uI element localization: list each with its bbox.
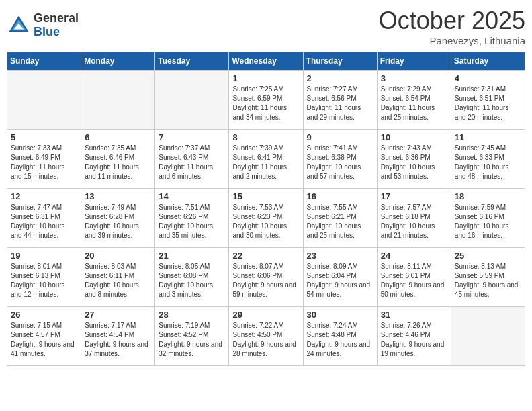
weekday-header-tuesday: Tuesday [155, 52, 229, 71]
day-info: Sunrise: 8:09 AMSunset: 6:04 PMDaylight:… [307, 262, 373, 300]
day-info: Sunrise: 7:33 AMSunset: 6:49 PMDaylight:… [11, 144, 77, 181]
day-number: 24 [381, 250, 447, 261]
calendar-cell: 30Sunrise: 7:24 AMSunset: 4:48 PMDayligh… [303, 307, 377, 366]
calendar-cell [451, 307, 525, 366]
calendar-cell: 12Sunrise: 7:47 AMSunset: 6:31 PMDayligh… [7, 189, 81, 248]
day-number: 11 [455, 132, 521, 142]
week-row-4: 19Sunrise: 8:01 AMSunset: 6:13 PMDayligh… [7, 248, 525, 307]
calendar-cell: 16Sunrise: 7:55 AMSunset: 6:21 PMDayligh… [303, 189, 377, 248]
calendar-cell: 13Sunrise: 7:49 AMSunset: 6:28 PMDayligh… [81, 189, 155, 248]
day-info: Sunrise: 7:53 AMSunset: 6:23 PMDaylight:… [232, 203, 299, 240]
calendar-cell: 31Sunrise: 7:26 AMSunset: 4:46 PMDayligh… [377, 307, 451, 366]
month-title: October 2025 [379, 7, 525, 35]
day-number: 12 [11, 191, 77, 201]
calendar-cell: 1Sunrise: 7:25 AMSunset: 6:59 PMDaylight… [229, 71, 303, 130]
calendar-cell [7, 71, 81, 130]
calendar-cell: 21Sunrise: 8:05 AMSunset: 6:08 PMDayligh… [155, 248, 229, 307]
day-number: 22 [232, 250, 299, 261]
calendar-cell: 3Sunrise: 7:29 AMSunset: 6:54 PMDaylight… [377, 71, 451, 130]
day-number: 20 [85, 250, 151, 261]
day-number: 18 [455, 191, 521, 201]
day-info: Sunrise: 7:29 AMSunset: 6:54 PMDaylight:… [381, 85, 447, 122]
day-number: 13 [85, 191, 151, 201]
day-info: Sunrise: 7:57 AMSunset: 6:18 PMDaylight:… [381, 203, 447, 240]
day-info: Sunrise: 7:39 AMSunset: 6:41 PMDaylight:… [232, 144, 299, 181]
day-number: 3 [381, 73, 447, 83]
calendar-cell: 4Sunrise: 7:31 AMSunset: 6:51 PMDaylight… [451, 71, 525, 130]
day-number: 29 [232, 310, 299, 320]
calendar-cell: 20Sunrise: 8:03 AMSunset: 6:11 PMDayligh… [81, 248, 155, 307]
day-info: Sunrise: 7:31 AMSunset: 6:51 PMDaylight:… [455, 85, 521, 122]
logo-icon [7, 13, 31, 38]
weekday-header-monday: Monday [81, 52, 155, 71]
logo: General Blue [7, 12, 79, 39]
day-number: 25 [455, 250, 521, 261]
day-info: Sunrise: 8:05 AMSunset: 6:08 PMDaylight:… [159, 262, 225, 300]
calendar-cell: 27Sunrise: 7:17 AMSunset: 4:54 PMDayligh… [81, 307, 155, 366]
day-info: Sunrise: 7:24 AMSunset: 4:48 PMDaylight:… [307, 321, 373, 359]
calendar-cell: 14Sunrise: 7:51 AMSunset: 6:26 PMDayligh… [155, 189, 229, 248]
week-row-3: 12Sunrise: 7:47 AMSunset: 6:31 PMDayligh… [7, 189, 525, 248]
calendar-cell: 28Sunrise: 7:19 AMSunset: 4:52 PMDayligh… [155, 307, 229, 366]
day-info: Sunrise: 7:15 AMSunset: 4:57 PMDaylight:… [11, 321, 77, 359]
weekday-header-saturday: Saturday [451, 52, 525, 71]
calendar-cell: 22Sunrise: 8:07 AMSunset: 6:06 PMDayligh… [229, 248, 303, 307]
day-number: 14 [159, 191, 225, 201]
header: General Blue October 2025 Panevezys, Lit… [7, 7, 525, 46]
day-number: 16 [307, 191, 373, 201]
day-number: 6 [85, 132, 151, 142]
logo-general-text: General [34, 12, 79, 26]
calendar-cell: 8Sunrise: 7:39 AMSunset: 6:41 PMDaylight… [229, 130, 303, 189]
day-info: Sunrise: 7:49 AMSunset: 6:28 PMDaylight:… [85, 203, 151, 240]
calendar-cell: 19Sunrise: 8:01 AMSunset: 6:13 PMDayligh… [7, 248, 81, 307]
day-info: Sunrise: 7:41 AMSunset: 6:38 PMDaylight:… [307, 144, 373, 181]
day-number: 15 [232, 191, 299, 201]
day-info: Sunrise: 7:47 AMSunset: 6:31 PMDaylight:… [11, 203, 77, 240]
day-number: 4 [455, 73, 521, 83]
day-info: Sunrise: 7:27 AMSunset: 6:56 PMDaylight:… [307, 85, 373, 122]
calendar-cell: 29Sunrise: 7:22 AMSunset: 4:50 PMDayligh… [229, 307, 303, 366]
title-block: October 2025 Panevezys, Lithuania [379, 7, 525, 46]
day-number: 5 [11, 132, 77, 142]
day-info: Sunrise: 7:55 AMSunset: 6:21 PMDaylight:… [307, 203, 373, 240]
day-info: Sunrise: 7:51 AMSunset: 6:26 PMDaylight:… [159, 203, 225, 240]
day-info: Sunrise: 8:03 AMSunset: 6:11 PMDaylight:… [85, 262, 151, 300]
day-info: Sunrise: 7:35 AMSunset: 6:46 PMDaylight:… [85, 144, 151, 181]
day-number: 21 [159, 250, 225, 261]
day-info: Sunrise: 7:43 AMSunset: 6:36 PMDaylight:… [381, 144, 447, 181]
calendar-cell: 17Sunrise: 7:57 AMSunset: 6:18 PMDayligh… [377, 189, 451, 248]
calendar-cell: 2Sunrise: 7:27 AMSunset: 6:56 PMDaylight… [303, 71, 377, 130]
day-number: 30 [307, 310, 373, 320]
calendar-cell: 18Sunrise: 7:59 AMSunset: 6:16 PMDayligh… [451, 189, 525, 248]
day-number: 19 [11, 250, 77, 261]
day-number: 23 [307, 250, 373, 261]
calendar-cell: 10Sunrise: 7:43 AMSunset: 6:36 PMDayligh… [377, 130, 451, 189]
calendar-cell: 6Sunrise: 7:35 AMSunset: 6:46 PMDaylight… [81, 130, 155, 189]
calendar-table: SundayMondayTuesdayWednesdayThursdayFrid… [7, 52, 525, 366]
weekday-header-friday: Friday [377, 52, 451, 71]
day-info: Sunrise: 8:01 AMSunset: 6:13 PMDaylight:… [11, 262, 77, 300]
day-number: 9 [307, 132, 373, 142]
day-info: Sunrise: 7:37 AMSunset: 6:43 PMDaylight:… [159, 144, 225, 181]
calendar-cell [155, 71, 229, 130]
day-number: 7 [159, 132, 225, 142]
calendar-cell: 26Sunrise: 7:15 AMSunset: 4:57 PMDayligh… [7, 307, 81, 366]
week-row-5: 26Sunrise: 7:15 AMSunset: 4:57 PMDayligh… [7, 307, 525, 366]
day-number: 2 [307, 73, 373, 83]
day-info: Sunrise: 7:59 AMSunset: 6:16 PMDaylight:… [455, 203, 521, 240]
location: Panevezys, Lithuania [379, 35, 525, 46]
calendar-cell: 25Sunrise: 8:13 AMSunset: 5:59 PMDayligh… [451, 248, 525, 307]
day-info: Sunrise: 7:25 AMSunset: 6:59 PMDaylight:… [232, 85, 299, 122]
weekday-header-wednesday: Wednesday [229, 52, 303, 71]
day-number: 10 [381, 132, 447, 142]
calendar-cell: 24Sunrise: 8:11 AMSunset: 6:01 PMDayligh… [377, 248, 451, 307]
day-info: Sunrise: 8:07 AMSunset: 6:06 PMDaylight:… [232, 262, 299, 300]
calendar-cell: 11Sunrise: 7:45 AMSunset: 6:33 PMDayligh… [451, 130, 525, 189]
week-row-1: 1Sunrise: 7:25 AMSunset: 6:59 PMDaylight… [7, 71, 525, 130]
logo-text: General Blue [34, 12, 79, 39]
day-number: 8 [232, 132, 299, 142]
weekday-header-row: SundayMondayTuesdayWednesdayThursdayFrid… [7, 52, 525, 71]
calendar-container: General Blue October 2025 Panevezys, Lit… [7, 7, 525, 366]
day-info: Sunrise: 7:19 AMSunset: 4:52 PMDaylight:… [159, 321, 225, 359]
day-number: 26 [11, 310, 77, 320]
